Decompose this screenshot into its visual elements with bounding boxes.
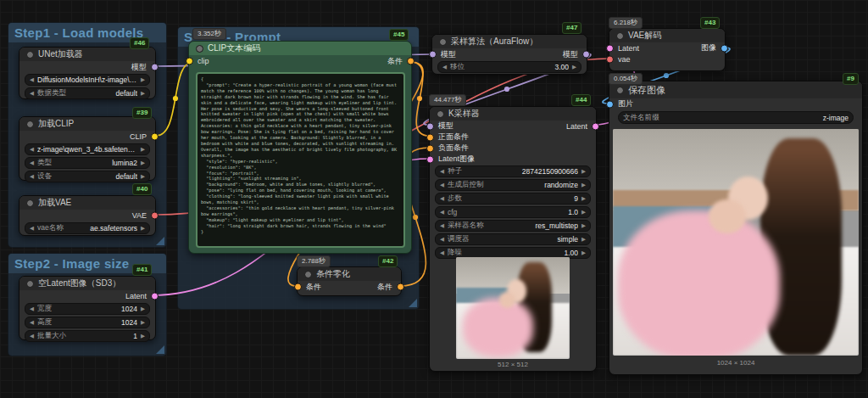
- combo-prev-icon[interactable]: ◀: [30, 160, 34, 166]
- model-input-pin[interactable]: [426, 122, 434, 130]
- filename-prefix-input[interactable]: 文件名前缀z-image: [618, 111, 854, 124]
- combo-prev-icon[interactable]: ◀: [440, 250, 444, 256]
- combo-next-icon[interactable]: ▶: [141, 91, 145, 97]
- cfg-combo[interactable]: ◀cfg1.0▶: [435, 206, 591, 218]
- node-empty-latent[interactable]: 空Latent图像（SD3） Latent ◀宽度1024▶ ◀高度1024▶ …: [19, 276, 156, 340]
- collapse-dot-icon[interactable]: [437, 110, 444, 118]
- collapse-dot-icon[interactable]: [26, 199, 34, 207]
- collapse-dot-icon[interactable]: [304, 271, 312, 278]
- model-input-pin[interactable]: [429, 51, 437, 59]
- collapse-dot-icon[interactable]: [616, 87, 624, 94]
- node-model-sampling-auraflow[interactable]: 采样算法（AuraFlow） 模型 模型 ◀移位3.00▶: [431, 34, 587, 75]
- scheduler-combo[interactable]: ◀调度器simple▶: [435, 233, 591, 245]
- combo-next-icon[interactable]: ▶: [581, 210, 586, 216]
- combo-prev-icon[interactable]: ◀: [30, 320, 34, 326]
- model-output-pin[interactable]: [151, 64, 159, 71]
- node-header[interactable]: 采样算法（AuraFlow）: [432, 35, 587, 48]
- image-output-pin[interactable]: [721, 44, 728, 52]
- combo-next-icon[interactable]: ▶: [141, 306, 145, 312]
- batch-size-combo[interactable]: ◀批量大小1▶: [25, 330, 150, 342]
- node-load-vae[interactable]: 加载VAE VAE ◀vae名称ae.safetensors▶: [19, 195, 156, 236]
- width-combo[interactable]: ◀宽度1024▶: [25, 303, 150, 315]
- combo-prev-icon[interactable]: ◀: [440, 237, 444, 243]
- clip-input-pin[interactable]: [186, 58, 193, 65]
- node-header[interactable]: 保存图像: [609, 81, 862, 98]
- conditioning-output-pin[interactable]: [397, 283, 404, 291]
- collapse-dot-icon[interactable]: [26, 280, 34, 288]
- node-header[interactable]: 空Latent图像（SD3）: [19, 277, 155, 290]
- latent-input-pin[interactable]: [606, 44, 614, 52]
- combo-prev-icon[interactable]: ◀: [30, 306, 34, 312]
- node-header[interactable]: 加载CLIP: [19, 117, 155, 131]
- clip-type-combo[interactable]: ◀类型lumina2▶: [25, 157, 150, 169]
- node-header[interactable]: UNet加载器: [19, 48, 155, 61]
- combo-prev-icon[interactable]: ◀: [30, 147, 34, 153]
- unet-model-combo[interactable]: ◀DiffusionModelsInH\z-image\z_i ...▶: [25, 74, 150, 86]
- collapse-dot-icon[interactable]: [196, 45, 203, 53]
- collapse-dot-icon[interactable]: [616, 32, 624, 40]
- vae-input-pin[interactable]: [606, 55, 614, 63]
- conditioning-input-pin[interactable]: [294, 283, 302, 291]
- combo-prev-icon[interactable]: ◀: [440, 223, 444, 229]
- control-after-generate-combo[interactable]: ◀生成后控制randomize▶: [435, 179, 591, 191]
- combo-next-icon[interactable]: ▶: [141, 334, 145, 339]
- latent-output-pin[interactable]: [592, 122, 599, 130]
- node-header[interactable]: 条件零化: [298, 267, 401, 281]
- node-header[interactable]: K采样器: [430, 107, 596, 121]
- node-save-image[interactable]: 保存图像 图片 文件名前缀z-image 1024 × 1024: [609, 81, 863, 375]
- combo-next-icon[interactable]: ▶: [141, 147, 145, 153]
- combo-prev-icon[interactable]: ◀: [30, 77, 34, 83]
- combo-prev-icon[interactable]: ◀: [30, 226, 34, 232]
- node-vae-decode[interactable]: VAE解码 Latent 图像 vae: [609, 28, 726, 71]
- positive-conditioning-input-pin[interactable]: [426, 133, 434, 141]
- vae-name-combo[interactable]: ◀vae名称ae.safetensors▶: [25, 222, 150, 234]
- combo-next-icon[interactable]: ▶: [581, 223, 586, 229]
- shift-combo[interactable]: ◀移位3.00▶: [437, 61, 581, 73]
- unet-dtype-combo[interactable]: ◀数据类型default▶: [25, 87, 150, 99]
- combo-prev-icon[interactable]: ◀: [440, 169, 444, 175]
- image-input-pin[interactable]: [606, 100, 614, 108]
- collapse-dot-icon[interactable]: [439, 38, 447, 46]
- combo-next-icon[interactable]: ▶: [581, 250, 586, 256]
- conditioning-output-pin[interactable]: [407, 58, 415, 65]
- node-clip-text-encode[interactable]: CLIP文本编码 clip 条件 { "prompt": "Create a h…: [188, 41, 412, 254]
- seed-combo[interactable]: ◀种子28742150900666▶: [435, 165, 591, 177]
- prompt-textarea[interactable]: { "prompt": "Create a hyper-realistic po…: [196, 72, 405, 248]
- latent-output-pin[interactable]: [151, 293, 159, 300]
- combo-next-icon[interactable]: ▶: [141, 77, 145, 83]
- combo-prev-icon[interactable]: ◀: [30, 174, 34, 180]
- combo-prev-icon[interactable]: ◀: [442, 64, 447, 70]
- clip-device-combo[interactable]: ◀设备default▶: [25, 171, 150, 182]
- node-header[interactable]: 加载VAE: [19, 196, 155, 210]
- collapse-dot-icon[interactable]: [26, 121, 34, 128]
- combo-next-icon[interactable]: ▶: [141, 226, 145, 232]
- combo-prev-icon[interactable]: ◀: [30, 91, 34, 97]
- collapse-dot-icon[interactable]: [26, 51, 34, 59]
- clip-output-pin[interactable]: [151, 133, 159, 141]
- combo-next-icon[interactable]: ▶: [581, 182, 586, 188]
- node-conditioning-zero-out[interactable]: 条件零化 条件 条件: [297, 266, 402, 296]
- combo-next-icon[interactable]: ▶: [141, 160, 145, 166]
- steps-combo[interactable]: ◀步数9▶: [435, 193, 591, 205]
- latent-image-input-pin[interactable]: [426, 155, 434, 163]
- combo-prev-icon[interactable]: ◀: [440, 182, 444, 188]
- combo-next-icon[interactable]: ▶: [141, 174, 145, 180]
- node-unet-loader[interactable]: UNet加载器 模型 ◀DiffusionModelsInH\z-image\z…: [19, 47, 156, 99]
- clip-model-combo[interactable]: ◀z-image\qwen_3_4b.safetensors▶: [25, 143, 150, 155]
- combo-next-icon[interactable]: ▶: [581, 196, 586, 202]
- node-graph-canvas[interactable]: Step1 - Load models Step2 - Image size S…: [0, 0, 868, 398]
- node-load-clip[interactable]: 加载CLIP CLIP ◀z-image\qwen_3_4b.safetenso…: [19, 116, 156, 181]
- height-combo[interactable]: ◀高度1024▶: [25, 317, 150, 328]
- model-output-pin[interactable]: [582, 51, 590, 59]
- combo-prev-icon[interactable]: ◀: [440, 210, 444, 216]
- node-header[interactable]: CLIP文本编码: [189, 42, 411, 55]
- vae-output-pin[interactable]: [151, 212, 159, 220]
- node-ksampler[interactable]: K采样器 模型 Latent 正面条件 负面条件 Latent图像 ◀种子287…: [429, 106, 597, 372]
- combo-next-icon[interactable]: ▶: [572, 64, 576, 70]
- combo-next-icon[interactable]: ▶: [581, 237, 586, 243]
- combo-next-icon[interactable]: ▶: [141, 320, 145, 326]
- node-header[interactable]: VAE解码: [609, 29, 725, 42]
- combo-prev-icon[interactable]: ◀: [30, 334, 34, 339]
- sampler-name-combo[interactable]: ◀采样器名称res_multistep▶: [435, 220, 591, 232]
- negative-conditioning-input-pin[interactable]: [426, 144, 434, 152]
